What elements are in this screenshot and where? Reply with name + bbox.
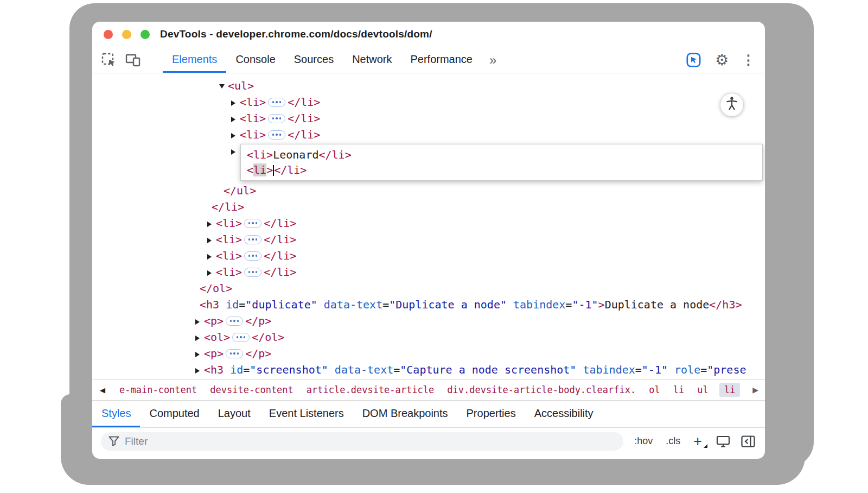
code-token-tag: </li> (264, 233, 296, 246)
disclosure-right-icon[interactable] (195, 330, 204, 346)
dom-tree-row[interactable]: <li></li> (92, 94, 765, 110)
disclosure-right-icon[interactable] (231, 144, 240, 160)
dom-tree-row[interactable]: <p></p> (92, 345, 765, 362)
dom-tree-row[interactable]: <li></li> (92, 264, 765, 280)
collapsed-content-icon[interactable] (268, 114, 285, 123)
tab-properties[interactable]: Properties (457, 401, 525, 427)
collapsed-content-icon[interactable] (244, 251, 261, 261)
code-token-tag: <li> (216, 266, 242, 279)
dom-tree-row[interactable]: <li></li> (92, 110, 765, 127)
dom-tree-row[interactable]: </ul> (92, 182, 765, 199)
breadcrumb-item[interactable]: div.devsite-article-body.clearfix. (447, 384, 636, 395)
code-token-tag: <h3 (200, 298, 219, 311)
disclosure-right-icon[interactable] (207, 265, 216, 281)
more-panels-button[interactable]: » (486, 53, 500, 68)
disclosure-right-icon[interactable] (207, 249, 216, 265)
tab-event-listeners[interactable]: Event Listeners (260, 401, 353, 427)
inspect-element-icon[interactable] (101, 52, 117, 68)
tab-performance[interactable]: Performance (401, 47, 482, 73)
disclosure-right-icon[interactable] (207, 232, 216, 249)
device-toolbar-icon[interactable] (125, 52, 141, 68)
tab-dom-breakpoints[interactable]: DOM Breakpoints (353, 401, 457, 427)
accessibility-floating-button[interactable] (720, 93, 744, 117)
collapsed-content-icon[interactable] (268, 98, 285, 107)
devtools-window: DevTools - developer.chrome.com/docs/dev… (92, 22, 765, 459)
code-token-tag: <p> (204, 347, 224, 360)
disclosure-right-icon[interactable] (231, 95, 240, 111)
tab-accessibility[interactable]: Accessibility (525, 401, 603, 427)
dom-tree-row[interactable]: <h3 id="screenshot" data-text="Capture a… (92, 362, 765, 378)
breadcrumb-item[interactable]: article.devsite-article (307, 384, 434, 395)
breadcrumb-item[interactable]: ul (697, 384, 708, 395)
code-token-tag: </ol> (252, 331, 284, 344)
breadcrumb-item[interactable]: e-main-content (119, 384, 197, 395)
tab-computed[interactable]: Computed (140, 401, 208, 427)
style-filter-input[interactable] (125, 435, 616, 447)
code-token-tag: </p> (245, 347, 271, 360)
disclosure-right-icon[interactable] (195, 346, 204, 363)
code-token-val: "screenshot" (250, 363, 328, 376)
tab-console[interactable]: Console (226, 47, 284, 73)
breadcrumb-item[interactable]: ol (649, 384, 660, 395)
tab-elements[interactable]: Elements (163, 47, 226, 73)
breadcrumb-item-selected[interactable]: li (719, 383, 740, 397)
code-token-tag: </li> (264, 249, 296, 262)
collapsed-content-icon[interactable] (268, 130, 285, 140)
breadcrumb-item[interactable]: devsite-content (210, 384, 293, 395)
collapsed-content-icon[interactable] (244, 268, 261, 277)
dom-edit-textbox[interactable]: <li>Leonard</li><li></li> (240, 144, 763, 181)
code-token-tag: <li> (240, 96, 266, 109)
close-window-button[interactable] (104, 30, 113, 39)
style-filter-wrap[interactable] (101, 432, 623, 451)
disclosure-right-icon[interactable] (195, 363, 204, 379)
collapsed-content-icon[interactable] (244, 235, 261, 244)
code-token-tag: </li> (264, 217, 296, 230)
dom-tree-row[interactable]: <li></li> (92, 215, 765, 231)
tab-layout[interactable]: Layout (209, 401, 260, 427)
dom-tree-row[interactable]: <li></li> (92, 231, 765, 248)
code-token-plain: = (565, 298, 572, 311)
code-token-plain (507, 298, 513, 311)
dom-tree-row[interactable]: </ol> (92, 280, 765, 296)
edit-line: <li>Leonard</li> (247, 147, 762, 162)
collapsed-content-icon[interactable] (232, 333, 250, 342)
disclosure-right-icon[interactable] (231, 128, 240, 144)
collapsed-content-icon[interactable] (226, 317, 243, 326)
disclosure-down-icon[interactable] (219, 79, 228, 95)
blue-tool-icon[interactable] (686, 52, 702, 68)
toggle-element-state-button[interactable]: :hov (632, 434, 655, 448)
code-token-tag: > (266, 163, 273, 176)
code-token-plain (668, 363, 674, 376)
dom-tree-row[interactable]: <h3 id="duplicate" data-text="Duplicate … (92, 296, 765, 313)
collapsed-content-icon[interactable] (244, 219, 261, 228)
dom-tree-row[interactable]: <ul> (92, 78, 765, 94)
dom-tree-row[interactable]: <li></li> (92, 248, 765, 264)
zoom-window-button[interactable] (141, 30, 150, 39)
dom-tree-row[interactable]: <ol></ol> (92, 329, 765, 345)
settings-gear-icon[interactable]: ⚙ (715, 53, 729, 68)
new-style-rule-button[interactable]: + (691, 436, 706, 447)
collapsed-content-icon[interactable] (226, 349, 243, 358)
display-icon[interactable] (715, 433, 731, 450)
panel-tab-bar: ElementsConsoleSourcesNetworkPerformance (163, 47, 482, 73)
sidebar-toggle-icon[interactable] (740, 433, 756, 450)
breadcrumb-item[interactable]: li (673, 384, 684, 395)
breadcrumb-scroll-left-button[interactable]: ◀ (92, 386, 106, 394)
element-classes-button[interactable]: .cls (663, 434, 682, 448)
dom-tree-row[interactable]: <li>Leonard</li><li></li> (92, 143, 765, 182)
code-token-attr: role (674, 363, 700, 376)
disclosure-right-icon[interactable] (207, 216, 216, 232)
disclosure-right-icon[interactable] (195, 314, 204, 330)
dom-tree-row[interactable]: <p></p> (92, 313, 765, 329)
disclosure-right-icon[interactable] (231, 111, 240, 128)
minimize-window-button[interactable] (122, 30, 131, 39)
tab-styles[interactable]: Styles (92, 401, 140, 427)
dom-tree-row[interactable]: <li></li> (92, 127, 765, 143)
menu-kebab-icon[interactable]: ⋮ (742, 53, 755, 67)
code-token-tag: <p> (204, 314, 224, 327)
tab-sources[interactable]: Sources (285, 47, 343, 73)
code-line: <ol></ol> (204, 331, 284, 344)
dom-tree-row[interactable]: </li> (92, 199, 765, 215)
breadcrumb-scroll-right-button[interactable]: ▶ (750, 385, 765, 394)
tab-network[interactable]: Network (343, 47, 401, 73)
